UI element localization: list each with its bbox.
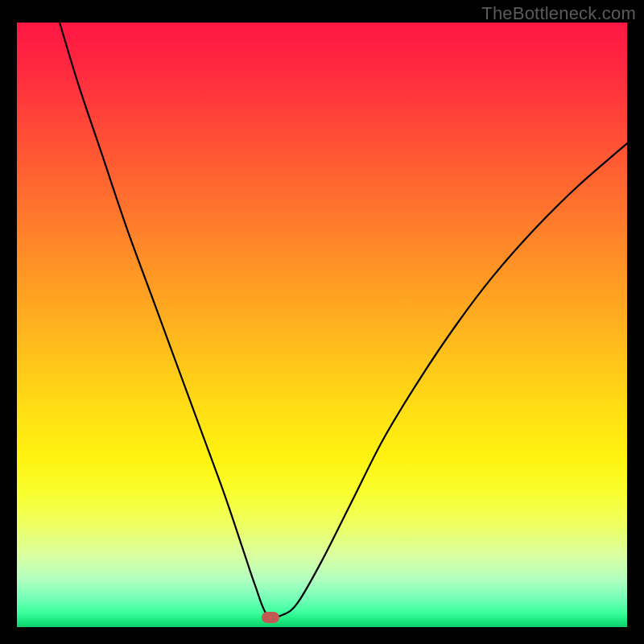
curve-path [60,23,627,617]
watermark-text: TheBottleneck.com [481,3,636,24]
chart-frame: TheBottleneck.com [0,0,644,644]
bottleneck-curve [17,23,627,627]
min-marker [262,612,279,623]
plot-area [17,23,627,627]
